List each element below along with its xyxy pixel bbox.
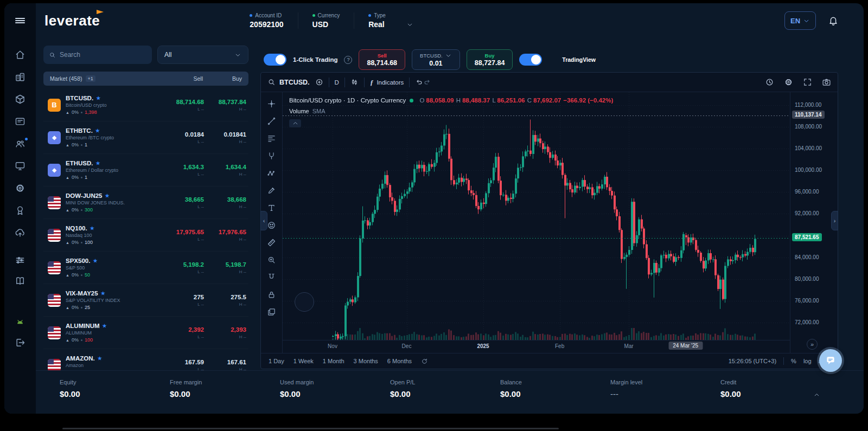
notifications-button[interactable] <box>828 15 839 26</box>
tradingview-toggle[interactable] <box>519 54 542 66</box>
buy-price-cell[interactable]: 2,393H -- <box>204 326 246 339</box>
sell-price-cell[interactable]: 17,975.65L -- <box>162 229 204 242</box>
rail-item-android[interactable] <box>11 314 29 330</box>
instrument-row[interactable]: ◆ETHBTC.★Ethereum /BTC crypto▲0%10.0184L… <box>43 121 248 154</box>
rail-item-education[interactable] <box>11 273 29 289</box>
collapse-watchlist-handle[interactable]: ‹ <box>260 211 267 230</box>
tool-crosshair[interactable] <box>264 97 279 111</box>
rail-item-rewards[interactable] <box>11 202 29 218</box>
tool-fib[interactable] <box>264 131 279 146</box>
market-extra-badge[interactable]: +1 <box>86 75 95 82</box>
account-type-chip[interactable]: Type Real <box>354 12 427 29</box>
favorite-star-icon[interactable]: ★ <box>96 95 100 101</box>
tool-zoom[interactable] <box>264 253 279 267</box>
reload-button[interactable] <box>421 358 428 365</box>
instrument-row[interactable]: VIX-MAY25★S&P VOLATILITY INDEX▲0%25275L … <box>43 284 248 317</box>
collapse-chart-handle[interactable]: › <box>831 211 838 230</box>
instrument-row[interactable]: BBTCUSD.★Bitcoin/USD crypto▲0%1,39888,71… <box>43 89 248 121</box>
tool-lock[interactable] <box>264 287 279 302</box>
price-scale[interactable]: » 112,000.00108,000.00104,000.00100,000.… <box>790 92 838 353</box>
period-6-months[interactable]: 6 Months <box>387 358 412 364</box>
chart-fullscreen_gear-button[interactable] <box>784 78 793 87</box>
rail-item-products[interactable] <box>11 91 29 107</box>
sell-price-cell[interactable]: 38,665L -- <box>162 196 204 209</box>
buy-price-cell[interactable]: 167.61H -- <box>204 359 246 371</box>
search-input[interactable] <box>60 51 146 59</box>
tool-pattern[interactable] <box>264 166 279 181</box>
favorite-star-icon[interactable]: ★ <box>98 356 102 361</box>
undo-button[interactable] <box>415 78 423 86</box>
rail-item-cloud[interactable] <box>11 224 29 241</box>
sell-price-cell[interactable]: 1,634.3L -- <box>162 164 204 177</box>
go-to-realtime-button[interactable]: » <box>807 339 818 350</box>
support-chat-button[interactable] <box>819 349 842 372</box>
buy-price-cell[interactable]: 275.5H -- <box>204 294 246 307</box>
sell-price-cell[interactable]: 167.59L -- <box>162 359 204 371</box>
tool-magnet[interactable] <box>264 270 279 285</box>
chart-fullscreen-button[interactable] <box>803 78 812 87</box>
indicators-button[interactable]: ƒIndicators <box>370 78 404 87</box>
tool-layers[interactable] <box>264 305 279 319</box>
favorite-star-icon[interactable]: ★ <box>90 226 94 231</box>
sell-button[interactable]: Sell 88,714.68 <box>359 49 405 70</box>
favorite-star-icon[interactable]: ★ <box>95 128 100 133</box>
tool-ruler[interactable] <box>264 235 279 250</box>
chart-camera-button[interactable] <box>822 78 831 87</box>
rail-item-news[interactable] <box>11 113 29 130</box>
period-1-week[interactable]: 1 Week <box>293 358 314 364</box>
time-axis[interactable]: NovDec2025FebMar24 Mar '25 <box>283 340 790 353</box>
favorite-star-icon[interactable]: ★ <box>95 160 100 166</box>
footer-expand-button[interactable] <box>813 391 820 398</box>
tool-trend[interactable] <box>264 114 279 128</box>
instrument-row[interactable]: SPX500.★S&P 500▲0%505,198.2L --5,198.7H … <box>43 252 248 284</box>
sell-price-cell[interactable]: 5,198.2L -- <box>162 261 204 274</box>
buy-price-cell[interactable]: 38,668H -- <box>204 196 246 209</box>
favorite-star-icon[interactable]: ★ <box>93 258 97 263</box>
chart-style-button[interactable] <box>350 78 359 86</box>
candlestick-chart[interactable] <box>283 92 790 340</box>
sell-price-cell[interactable]: 0.0184L -- <box>162 131 204 144</box>
rail-item-prefs[interactable] <box>11 252 29 268</box>
tool-pitchfork[interactable] <box>264 149 279 163</box>
buy-price-cell[interactable]: 1,634.4H -- <box>204 164 246 177</box>
instrument-row[interactable]: ◆ETHUSD.★Ethereum / Dollar crypto▲0%11,6… <box>43 154 248 186</box>
instrument-row[interactable]: NQ100.★Nasdaq 100▲0%10017,975.65L --17,9… <box>43 219 248 252</box>
redo-button[interactable] <box>423 78 431 86</box>
rail-item-terminal[interactable] <box>11 158 29 174</box>
help-icon[interactable]: ? <box>344 56 352 64</box>
rail-item-apple[interactable] <box>11 293 29 310</box>
scale-mode-%[interactable]: % <box>791 358 796 364</box>
tool-brush[interactable] <box>264 183 279 198</box>
favorite-star-icon[interactable]: ★ <box>101 291 105 296</box>
legend-collapse-button[interactable] <box>289 119 301 127</box>
buy-price-cell[interactable]: 17,976.65H -- <box>204 229 246 242</box>
interval-button[interactable]: D <box>335 79 339 86</box>
period-1-month[interactable]: 1 Month <box>323 358 344 364</box>
period-1-day[interactable]: 1 Day <box>269 358 284 364</box>
rail-item-clients[interactable] <box>11 136 29 152</box>
tradingview-watermark[interactable] <box>295 292 314 312</box>
buy-price-cell[interactable]: 88,737.84H -- <box>204 99 246 112</box>
sell-price-cell[interactable]: 2,392L -- <box>162 326 204 339</box>
symbol-search-button[interactable]: BTCUSD. <box>267 78 310 86</box>
chart-alert-button[interactable] <box>765 78 774 87</box>
hamburger-menu-button[interactable] <box>4 3 36 38</box>
instrument-row[interactable]: AMAZON.★Amazon▲0%10167.59L --167.61H -- <box>43 349 248 370</box>
language-selector[interactable]: EN <box>784 11 816 30</box>
rail-item-portfolio[interactable] <box>11 69 29 85</box>
quantity-selector[interactable]: BTCUSD. 0.01 <box>412 49 460 70</box>
instrument-row[interactable]: DOW-JUN25★MINI DOW JONES INDUS.▲0%30038,… <box>43 186 248 219</box>
favorite-star-icon[interactable]: ★ <box>105 193 110 198</box>
one-click-trading-toggle[interactable] <box>264 54 286 66</box>
favorite-star-icon[interactable]: ★ <box>103 323 107 329</box>
rail-item-logout[interactable] <box>11 334 29 351</box>
instrument-row[interactable]: ALUMINUM★ALUMINUM▲0%1002,392L --2,393H -… <box>43 317 248 349</box>
compare-add-button[interactable] <box>315 78 323 86</box>
instrument-filter-dropdown[interactable]: All <box>157 46 248 64</box>
sell-price-cell[interactable]: 275L -- <box>162 294 204 307</box>
scale-mode-log[interactable]: log <box>803 358 812 364</box>
sell-price-cell[interactable]: 88,714.68L -- <box>162 99 204 112</box>
buy-price-cell[interactable]: 0.01841H -- <box>204 131 246 144</box>
rail-item-settings[interactable] <box>11 180 29 196</box>
chart-plot-area[interactable]: Bitcoin/USD crypto · 1D · Crypto Currenc… <box>283 92 790 340</box>
